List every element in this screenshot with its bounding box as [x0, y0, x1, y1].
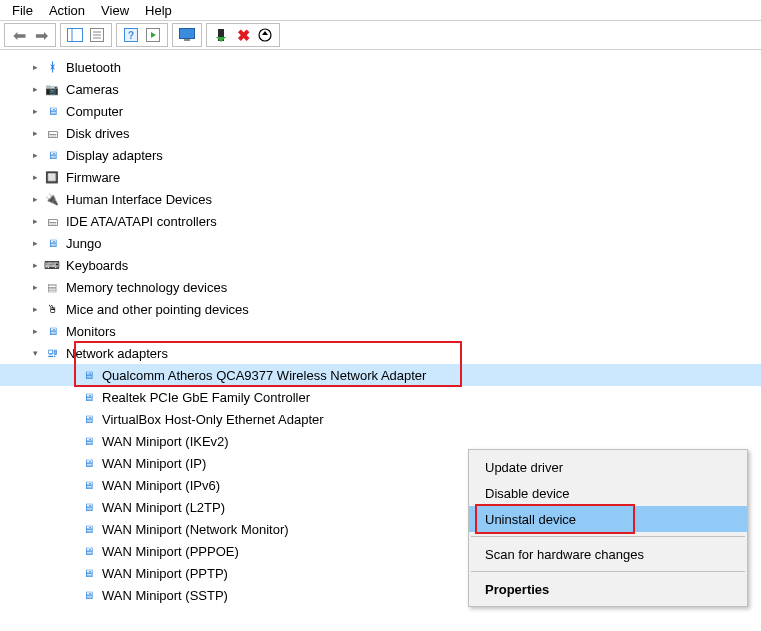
tree-category-bluetooth[interactable]: ▸ᚼBluetooth [0, 56, 761, 78]
twisty-closed-icon[interactable]: ▸ [28, 258, 42, 272]
menu-action[interactable]: Action [41, 1, 93, 20]
network-adapters-icon [44, 345, 60, 361]
context-menu-update-driver[interactable]: Update driver [469, 454, 747, 480]
tree-item-label: WAN Miniport (SSTP) [102, 588, 228, 603]
tree-item-label: WAN Miniport (PPPOE) [102, 544, 239, 559]
twisty-closed-icon[interactable]: ▸ [28, 214, 42, 228]
network-adapter-icon [80, 565, 96, 581]
tree-category-mice[interactable]: ▸Mice and other pointing devices [0, 298, 761, 320]
network-adapter-icon [80, 543, 96, 559]
scan-hardware-button[interactable] [176, 24, 198, 46]
tree-category-monitors[interactable]: ▸Monitors [0, 320, 761, 342]
context-menu-item-label: Update driver [485, 460, 563, 475]
tree-category-network-adapters[interactable]: ▾Network adapters [0, 342, 761, 364]
twisty-open-icon[interactable]: ▾ [28, 346, 42, 360]
tree-category-memory[interactable]: ▸Memory technology devices [0, 276, 761, 298]
context-menu-separator [471, 571, 745, 572]
show-hide-console-tree-button[interactable] [64, 24, 86, 46]
context-menu-scan-for-hardware-changes[interactable]: Scan for hardware changes [469, 541, 747, 567]
twisty-closed-icon[interactable]: ▸ [28, 126, 42, 140]
tree-item-network-adapter[interactable]: Realtek PCIe GbE Family Controller [0, 386, 761, 408]
tree-item-label: VirtualBox Host-Only Ethernet Adapter [102, 412, 324, 427]
tree-category-cameras[interactable]: ▸Cameras [0, 78, 761, 100]
tree-category-hid[interactable]: ▸Human Interface Devices [0, 188, 761, 210]
context-menu: Update driverDisable deviceUninstall dev… [468, 449, 748, 607]
context-menu-item-label: Scan for hardware changes [485, 547, 644, 562]
tree-category-jungo[interactable]: ▸Jungo [0, 232, 761, 254]
network-adapter-icon [80, 433, 96, 449]
tree-item-label: Keyboards [66, 258, 128, 273]
nav-back-button[interactable]: ⬅ [8, 24, 30, 46]
delete-x-icon: ✖ [237, 26, 250, 45]
tree-item-network-adapter[interactable]: Qualcomm Atheros QCA9377 Wireless Networ… [0, 364, 761, 386]
tree-item-label: WAN Miniport (Network Monitor) [102, 522, 289, 537]
tree-item-label: WAN Miniport (L2TP) [102, 500, 225, 515]
help-button[interactable]: ? [120, 24, 142, 46]
context-menu-disable-device[interactable]: Disable device [469, 480, 747, 506]
tree-item-label: WAN Miniport (IKEv2) [102, 434, 229, 449]
twisty-closed-icon[interactable]: ▸ [28, 192, 42, 206]
properties-icon [90, 28, 104, 42]
tree-item-label: Qualcomm Atheros QCA9377 Wireless Networ… [102, 368, 426, 383]
twisty-closed-icon[interactable]: ▸ [28, 148, 42, 162]
tree-item-label: Realtek PCIe GbE Family Controller [102, 390, 310, 405]
twisty-closed-icon[interactable]: ▸ [28, 104, 42, 118]
tree-item-label: Monitors [66, 324, 116, 339]
toolbar: ⬅ ➡ ? ✖ [0, 20, 761, 50]
context-menu-uninstall-device[interactable]: Uninstall device [469, 506, 747, 532]
twisty-closed-icon[interactable]: ▸ [28, 280, 42, 294]
network-adapter-icon [80, 367, 96, 383]
network-adapter-icon [80, 389, 96, 405]
play-icon [146, 28, 160, 42]
tree-item-label: Jungo [66, 236, 101, 251]
action-button[interactable] [142, 24, 164, 46]
tree-category-computer[interactable]: ▸Computer [0, 100, 761, 122]
tree-category-display[interactable]: ▸Display adapters [0, 144, 761, 166]
tree-item-label: Computer [66, 104, 123, 119]
twisty-closed-icon[interactable]: ▸ [28, 324, 42, 338]
memory-icon [44, 279, 60, 295]
help-icon: ? [124, 28, 138, 42]
tree-category-ide[interactable]: ▸IDE ATA/ATAPI controllers [0, 210, 761, 232]
panel-icon [67, 28, 83, 42]
arrow-left-icon: ⬅ [13, 26, 26, 45]
tree-category-firmware[interactable]: ▸Firmware [0, 166, 761, 188]
enable-device-button[interactable] [210, 24, 232, 46]
tree-item-label: Firmware [66, 170, 120, 185]
update-circle-icon [258, 28, 272, 42]
network-adapter-icon [80, 477, 96, 493]
tree-category-keyboards[interactable]: ▸Keyboards [0, 254, 761, 276]
tree-category-disk[interactable]: ▸Disk drives [0, 122, 761, 144]
nav-forward-button[interactable]: ➡ [30, 24, 52, 46]
jungo-icon [44, 235, 60, 251]
mice-icon [44, 301, 60, 317]
menubar: File Action View Help [0, 0, 761, 20]
network-adapter-icon [80, 587, 96, 603]
tree-item-label: WAN Miniport (IP) [102, 456, 206, 471]
computer-icon [44, 103, 60, 119]
hid-icon [44, 191, 60, 207]
enable-icon [214, 28, 228, 42]
device-tree: ▸ᚼBluetooth▸Cameras▸Computer▸Disk drives… [0, 50, 761, 631]
menu-view[interactable]: View [93, 1, 137, 20]
update-driver-button[interactable] [254, 24, 276, 46]
context-menu-properties[interactable]: Properties [469, 576, 747, 602]
menu-help[interactable]: Help [137, 1, 180, 20]
menu-file[interactable]: File [4, 1, 41, 20]
svg-marker-15 [262, 31, 268, 35]
scan-monitor-icon [179, 28, 195, 42]
twisty-closed-icon[interactable]: ▸ [28, 302, 42, 316]
twisty-closed-icon[interactable]: ▸ [28, 236, 42, 250]
tree-item-label: Disk drives [66, 126, 130, 141]
keyboards-icon [44, 257, 60, 273]
tree-item-label: Memory technology devices [66, 280, 227, 295]
twisty-closed-icon[interactable]: ▸ [28, 170, 42, 184]
network-adapter-icon [80, 499, 96, 515]
uninstall-device-button[interactable]: ✖ [232, 24, 254, 46]
tree-item-label: Cameras [66, 82, 119, 97]
bluetooth-icon: ᚼ [44, 59, 60, 75]
twisty-closed-icon[interactable]: ▸ [28, 60, 42, 74]
properties-button[interactable] [86, 24, 108, 46]
twisty-closed-icon[interactable]: ▸ [28, 82, 42, 96]
tree-item-network-adapter[interactable]: VirtualBox Host-Only Ethernet Adapter [0, 408, 761, 430]
